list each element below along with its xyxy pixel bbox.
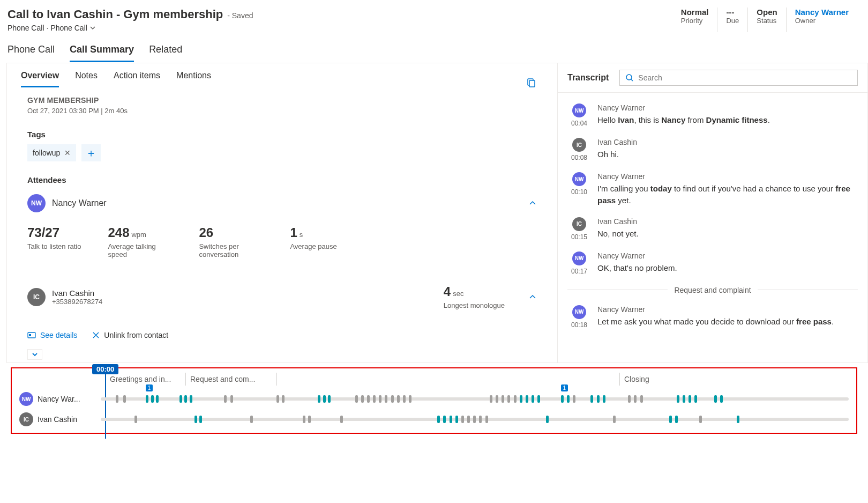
timeline-tick[interactable] (613, 416, 616, 423)
transcript-turn[interactable]: IC 00:15 Ivan Cashin No, not yet. (567, 212, 858, 246)
timeline-tick[interactable] (179, 395, 182, 403)
timeline-tick[interactable] (230, 395, 233, 403)
timeline-tick[interactable] (403, 395, 406, 403)
playhead-marker[interactable]: 00:00 (92, 364, 118, 439)
timeline-tick[interactable] (190, 395, 192, 403)
timeline-tick[interactable] (323, 395, 326, 403)
breadcrumb-item[interactable]: Phone Call (50, 24, 87, 32)
sub-tab[interactable]: Notes (75, 71, 98, 87)
transcript-turn[interactable]: NW 00:10 Nancy Warner I'm calling you to… (567, 167, 858, 212)
timeline-tick[interactable] (355, 395, 358, 403)
timeline-tick[interactable] (683, 395, 685, 403)
timeline-tick[interactable] (151, 395, 154, 403)
timeline-tick[interactable] (502, 395, 504, 403)
attendee-row[interactable]: NW Nancy Warner (27, 184, 537, 218)
timeline-tick[interactable] (737, 416, 739, 423)
timeline-tick[interactable] (134, 416, 137, 423)
breadcrumb-item[interactable]: Phone Call (8, 24, 44, 32)
timeline-tick[interactable] (146, 395, 148, 403)
timeline-tick[interactable] (714, 395, 717, 403)
main-tab[interactable]: Phone Call (8, 44, 55, 62)
timeline-tick[interactable] (720, 395, 723, 403)
timeline-tick[interactable] (603, 395, 605, 403)
timeline-tick[interactable] (184, 395, 187, 403)
timeline-tick[interactable] (461, 416, 464, 423)
transcript-turn[interactable]: NW 00:17 Nancy Warner OK, that's no prob… (567, 246, 858, 280)
status-value[interactable]: Nancy Warner (795, 8, 849, 17)
add-tag-button[interactable]: ＋ (81, 144, 101, 161)
timeline-tick[interactable] (694, 395, 697, 403)
main-tab[interactable]: Related (149, 44, 182, 62)
timeline-tick[interactable] (156, 395, 159, 403)
timeline-tick[interactable] (699, 416, 702, 423)
timeline-tick[interactable] (194, 416, 197, 423)
timeline-tick[interactable] (479, 416, 482, 423)
timeline-tick[interactable] (640, 395, 643, 403)
sub-tab[interactable]: Overview (21, 71, 59, 87)
timeline-tick[interactable] (455, 416, 458, 423)
timeline-segment[interactable] (276, 373, 619, 386)
timeline-tick[interactable] (367, 395, 370, 403)
timeline-tick[interactable] (669, 416, 672, 423)
timeline-tick[interactable] (689, 395, 691, 403)
transcript-turn[interactable]: IC 00:08 Ivan Cashin Oh hi. (567, 132, 858, 167)
timeline-tick[interactable] (628, 395, 631, 403)
sub-tab[interactable]: Mentions (176, 71, 211, 87)
track-bar[interactable] (101, 418, 849, 421)
transcript-turn[interactable]: NW 00:04 Nancy Warner Hello Ivan, this i… (567, 98, 858, 132)
timeline-tick[interactable] (450, 416, 452, 423)
timeline-tick[interactable] (308, 416, 311, 423)
timeline-tick[interactable] (520, 395, 522, 403)
timeline-tick[interactable] (597, 395, 600, 403)
timeline-tick[interactable] (573, 395, 575, 403)
search-field[interactable] (638, 73, 852, 82)
attendee-row[interactable]: IC Ivan Cashin +353892678274 4 sec Longe… (27, 275, 537, 315)
timeline-tick[interactable] (634, 395, 637, 403)
timeline-tick[interactable] (537, 395, 540, 403)
copy-icon[interactable] (525, 77, 536, 88)
timeline-tick[interactable] (490, 395, 492, 403)
timeline-tick[interactable] (340, 416, 343, 423)
expand-down-button[interactable] (27, 349, 42, 360)
timeline-tick[interactable] (473, 416, 476, 423)
timeline-tick[interactable] (507, 395, 510, 403)
timeline-tick[interactable] (496, 395, 498, 403)
timeline-tick[interactable] (590, 395, 593, 403)
timeline-tick[interactable] (328, 395, 331, 403)
timeline-tick[interactable] (467, 416, 470, 423)
timeline-tick[interactable] (561, 395, 564, 403)
timeline-tick[interactable] (199, 416, 202, 423)
timeline-tick[interactable] (318, 395, 320, 403)
unlink-contact-link[interactable]: Unlink from contact (92, 331, 168, 339)
timeline-tick[interactable] (526, 395, 528, 403)
timeline-tick[interactable] (409, 395, 411, 403)
tag-chip[interactable]: followup ✕ (27, 144, 76, 161)
timeline-segment[interactable]: Request and com... (185, 373, 276, 386)
timeline-tick[interactable] (514, 395, 517, 403)
timeline-tick[interactable] (437, 416, 440, 423)
timeline-tick[interactable] (116, 395, 118, 403)
sub-tab[interactable]: Action items (114, 71, 160, 87)
timeline-tick[interactable] (532, 395, 534, 403)
timeline-tick[interactable] (303, 416, 305, 423)
timeline-tick[interactable] (546, 416, 549, 423)
search-input[interactable] (619, 70, 858, 86)
timeline-tick[interactable] (485, 416, 488, 423)
timeline-tick[interactable] (282, 395, 285, 403)
timeline-tick[interactable] (443, 416, 446, 423)
timeline-tick[interactable] (675, 416, 678, 423)
timeline-tick[interactable] (677, 395, 679, 403)
main-tab[interactable]: Call Summary (70, 44, 134, 62)
timeline-tick[interactable] (397, 395, 400, 403)
chevron-down-icon[interactable] (89, 25, 96, 31)
timeline-tick[interactable] (567, 395, 570, 403)
timeline-tick[interactable] (379, 395, 381, 403)
track-bar[interactable]: 11 (101, 397, 849, 401)
timeline-tick[interactable] (250, 416, 253, 423)
see-details-link[interactable]: See details (27, 331, 77, 339)
chevron-up-icon[interactable] (528, 293, 537, 301)
timeline-tick[interactable] (391, 395, 394, 403)
timeline-tick[interactable] (361, 395, 364, 403)
close-icon[interactable]: ✕ (64, 149, 71, 157)
transcript-turn[interactable]: NW 00:18 Nancy Warner Let me ask you wha… (567, 300, 858, 334)
